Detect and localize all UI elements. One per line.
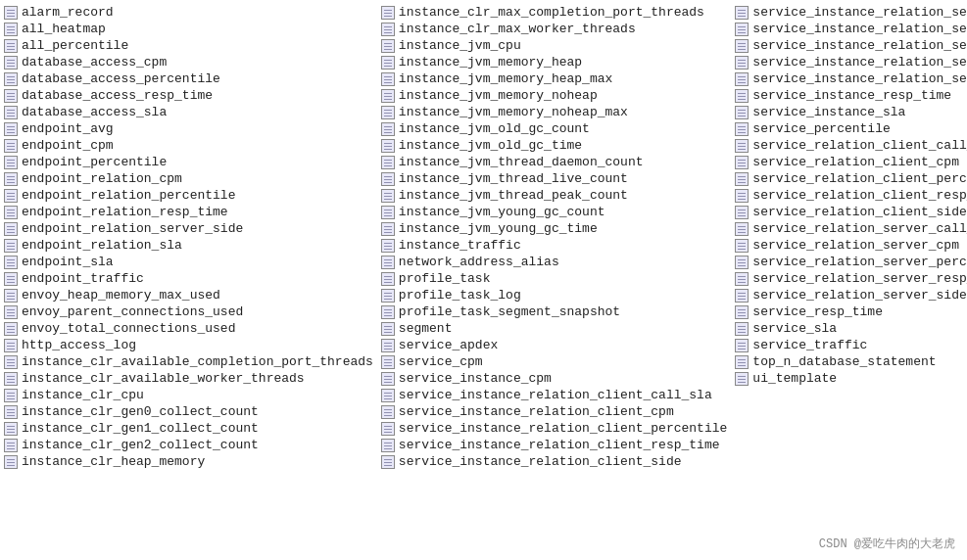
list-item[interactable]: top_n_database_statement xyxy=(733,353,967,370)
list-item[interactable]: envoy_parent_connections_used xyxy=(2,303,375,320)
list-item[interactable]: http_access_log xyxy=(2,337,375,353)
list-item[interactable]: database_access_percentile xyxy=(2,70,375,87)
list-item[interactable]: instance_clr_cpu xyxy=(2,387,375,403)
list-item[interactable]: instance_jvm_young_gc_count xyxy=(379,204,729,220)
list-item[interactable]: segment xyxy=(379,320,729,337)
list-item[interactable]: service_instance_relation_server_side xyxy=(733,70,967,87)
list-item[interactable]: service_instance_relation_client_percent… xyxy=(379,420,729,437)
list-item[interactable]: instance_clr_available_completion_port_t… xyxy=(2,353,375,370)
list-item[interactable]: service_instance_relation_client_resp_ti… xyxy=(379,437,729,453)
list-item[interactable]: instance_jvm_thread_daemon_count xyxy=(379,154,729,170)
list-item[interactable]: service_resp_time xyxy=(733,303,967,320)
list-item[interactable]: profile_task xyxy=(379,270,729,287)
list-item[interactable]: endpoint_relation_server_side xyxy=(2,220,375,237)
list-item[interactable]: instance_jvm_old_gc_count xyxy=(379,120,729,137)
list-item[interactable]: instance_jvm_memory_noheap_max xyxy=(379,104,729,120)
list-item[interactable]: service_traffic xyxy=(733,337,967,353)
list-item[interactable]: service_instance_relation_client_side xyxy=(379,453,729,470)
list-item[interactable]: service_instance_sla xyxy=(733,104,967,120)
list-item[interactable]: endpoint_traffic xyxy=(2,270,375,287)
list-item[interactable]: service_relation_server_side xyxy=(733,287,967,303)
list-item[interactable]: service_relation_client_side xyxy=(733,204,967,220)
item-label: database_access_cpm xyxy=(22,55,167,70)
table-icon xyxy=(4,72,18,86)
list-item[interactable]: database_access_cpm xyxy=(2,54,375,70)
list-item[interactable]: service_cpm xyxy=(379,353,729,370)
list-item[interactable]: network_address_alias xyxy=(379,254,729,270)
list-item[interactable]: service_relation_server_call_sla xyxy=(733,220,967,237)
item-label: service_relation_server_side xyxy=(752,288,966,303)
list-item[interactable]: database_access_sla xyxy=(2,104,375,120)
list-item[interactable]: service_instance_resp_time xyxy=(733,87,967,104)
list-item[interactable]: instance_jvm_old_gc_time xyxy=(379,137,729,154)
table-icon xyxy=(735,172,749,186)
list-item[interactable]: service_relation_client_resp_time xyxy=(733,187,967,204)
list-item[interactable]: instance_jvm_memory_noheap xyxy=(379,87,729,104)
list-item[interactable]: instance_clr_gen1_collect_count xyxy=(2,420,375,437)
table-icon xyxy=(381,23,395,36)
list-item[interactable]: instance_jvm_thread_live_count xyxy=(379,170,729,187)
list-item[interactable]: service_relation_client_percentile xyxy=(733,170,967,187)
list-item[interactable]: service_apdex xyxy=(379,337,729,353)
item-label: envoy_heap_memory_max_used xyxy=(22,288,220,303)
list-item[interactable]: instance_clr_max_completion_port_threads xyxy=(379,4,729,21)
list-item[interactable]: endpoint_sla xyxy=(2,254,375,270)
list-item[interactable]: service_relation_server_resp_time xyxy=(733,270,967,287)
list-item[interactable]: instance_jvm_memory_heap_max xyxy=(379,70,729,87)
list-item[interactable]: instance_traffic xyxy=(379,237,729,254)
table-icon xyxy=(4,206,18,219)
list-item[interactable]: service_instance_relation_server_percent… xyxy=(733,37,967,54)
list-item[interactable]: service_instance_relation_client_cpm xyxy=(379,403,729,420)
list-item[interactable]: service_instance_relation_server_call_sl… xyxy=(733,4,967,21)
list-item[interactable]: alarm_record xyxy=(2,4,375,21)
table-icon xyxy=(4,39,18,53)
list-item[interactable]: service_relation_client_cpm xyxy=(733,154,967,170)
item-label: endpoint_traffic xyxy=(22,271,144,286)
list-item[interactable]: service_relation_server_percentile xyxy=(733,254,967,270)
item-label: service_apdex xyxy=(399,338,498,352)
item-label: service_instance_relation_server_percent… xyxy=(752,38,967,53)
list-item[interactable]: all_percentile xyxy=(2,37,375,54)
table-icon xyxy=(4,106,18,119)
list-item[interactable]: instance_jvm_thread_peak_count xyxy=(379,187,729,204)
list-item[interactable]: instance_clr_gen0_collect_count xyxy=(2,403,375,420)
item-label: service_instance_cpm xyxy=(399,371,552,386)
list-item[interactable]: instance_clr_available_worker_threads xyxy=(2,370,375,387)
list-item[interactable]: instance_clr_gen2_collect_count xyxy=(2,437,375,453)
list-item[interactable]: endpoint_relation_percentile xyxy=(2,187,375,204)
list-item[interactable]: endpoint_avg xyxy=(2,120,375,137)
list-item[interactable]: service_relation_server_cpm xyxy=(733,237,967,254)
item-label: instance_jvm_old_gc_time xyxy=(399,138,582,153)
list-item[interactable]: service_percentile xyxy=(733,120,967,137)
table-icon xyxy=(4,156,18,169)
list-item[interactable]: instance_clr_heap_memory xyxy=(2,453,375,470)
list-item[interactable]: service_sla xyxy=(733,320,967,337)
list-item[interactable]: service_relation_client_call_sla xyxy=(733,137,967,154)
list-item[interactable]: service_instance_relation_server_cpm xyxy=(733,21,967,37)
item-label: service_instance_relation_client_side xyxy=(399,454,682,469)
list-item[interactable]: database_access_resp_time xyxy=(2,87,375,104)
list-item[interactable]: ui_template xyxy=(733,370,967,387)
list-item[interactable]: service_instance_cpm xyxy=(379,370,729,387)
list-item[interactable]: instance_jvm_young_gc_time xyxy=(379,220,729,237)
list-item[interactable]: instance_clr_max_worker_threads xyxy=(379,21,729,37)
list-item[interactable]: service_instance_relation_server_resp_ti… xyxy=(733,54,967,70)
list-item[interactable]: endpoint_percentile xyxy=(2,154,375,170)
list-item[interactable]: profile_task_segment_snapshot xyxy=(379,303,729,320)
list-item[interactable]: service_instance_relation_client_call_sl… xyxy=(379,387,729,403)
list-item[interactable]: profile_task_log xyxy=(379,287,729,303)
list-item[interactable]: endpoint_relation_resp_time xyxy=(2,204,375,220)
list-item[interactable]: instance_jvm_cpu xyxy=(379,37,729,54)
list-item[interactable]: envoy_heap_memory_max_used xyxy=(2,287,375,303)
table-icon xyxy=(735,106,749,119)
item-label: service_relation_client_side xyxy=(752,205,966,219)
item-label: all_heatmap xyxy=(22,22,106,36)
list-item[interactable]: endpoint_cpm xyxy=(2,137,375,154)
list-item[interactable]: envoy_total_connections_used xyxy=(2,320,375,337)
list-item[interactable]: all_heatmap xyxy=(2,21,375,37)
column-2: instance_clr_max_completion_port_threads… xyxy=(377,4,731,470)
list-item[interactable]: endpoint_relation_cpm xyxy=(2,170,375,187)
table-icon xyxy=(381,389,395,402)
list-item[interactable]: endpoint_relation_sla xyxy=(2,237,375,254)
list-item[interactable]: instance_jvm_memory_heap xyxy=(379,54,729,70)
